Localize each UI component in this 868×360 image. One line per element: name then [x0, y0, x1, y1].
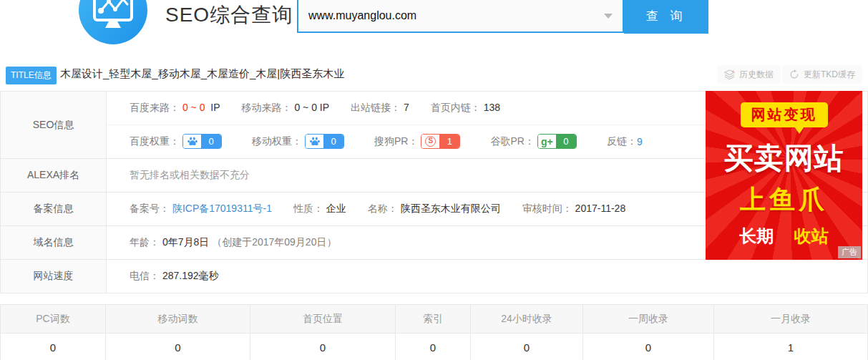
ad-bubble-text: 网站变现 [741, 102, 828, 127]
row-label-domain: 域名信息 [1, 226, 107, 259]
layers-icon [724, 69, 735, 80]
s-circle-icon: S [421, 135, 439, 148]
stats-value-mobile-words: 0 [106, 334, 250, 360]
title-bar: TITLE信息 木屋设计_轻型木屋_移动木屋_木屋造价_木屋|陕西圣东木业 历史… [0, 63, 868, 87]
search-input[interactable] [298, 0, 623, 31]
domain-age: 年龄： 0年7月8日 （创建于2017年09月20日） [130, 236, 336, 249]
seo-query-page: SEO综合查询 查 询 TITLE信息 木屋设计_轻型木屋_移动木屋_木屋造价_… [0, 0, 868, 360]
telecom-speed: 电信： 287.192毫秒 [130, 270, 219, 283]
stats-col-week: 一周收录 [583, 305, 714, 333]
alexa-value: 暂无排名或相关数据不充分 [130, 169, 250, 182]
mobile-weight[interactable]: 移动权重： 0 [252, 134, 344, 149]
ad-subline: 上鱼爪 [706, 183, 862, 218]
page-title: SEO综合查询 [165, 1, 293, 29]
stats-col-24h: 24小时收录 [471, 305, 583, 333]
ad-label: 广告 [838, 246, 861, 258]
google-pr[interactable]: 谷歌PR： g+ 0 [490, 134, 576, 149]
sogou-pr[interactable]: 搜狗PR： S 1 [374, 134, 460, 149]
baidu-weight[interactable]: 百度权重： 0 [130, 134, 222, 149]
backlinks: 反链： 9 [607, 135, 643, 148]
icp-number: 备案号： 陕ICP备17019311号-1 [130, 203, 272, 215]
gplus-icon: g+ [538, 135, 556, 148]
icp-number-link[interactable]: 陕ICP备17019311号-1 [172, 203, 272, 214]
row-label-alexa: ALEXA排名 [1, 159, 107, 192]
google-pr-value: 0 [556, 135, 576, 148]
row-label-speed: 网站速度 [1, 260, 107, 293]
speed-row: 网站速度 电信： 287.192毫秒 [1, 260, 867, 293]
baidu-weight-badge: 0 [182, 134, 222, 149]
site-title-text: 木屋设计_轻型木屋_移动木屋_木屋造价_木屋|陕西圣东木业 [60, 67, 344, 81]
outbound-links: 出站链接： 7 [351, 102, 409, 115]
ad-bottom-line: 长期 收站 [706, 225, 862, 248]
baidu-traffic-value: 0 ~ 0 [182, 102, 205, 113]
stats-value-24h: 0 [471, 334, 583, 360]
stats-table: PC词数 移动词数 首页位置 索引 24小时收录 一周收录 一月收录 0 0 0… [0, 304, 868, 360]
refresh-tkd-label: 更新TKD缓存 [804, 69, 855, 81]
stats-value-pc-words: 0 [1, 334, 106, 360]
baidu-weight-value: 0 [201, 135, 221, 148]
stats-value-row: 0 0 0 0 0 0 1 [1, 334, 867, 360]
mobile-weight-value: 0 [323, 135, 343, 148]
mobile-weight-badge: 0 [305, 134, 344, 149]
monitor-chart-icon [91, 0, 135, 34]
row-label-seo: SEO信息 [1, 92, 107, 158]
history-data-label: 历史数据 [739, 69, 774, 81]
stats-col-index: 索引 [396, 305, 471, 333]
history-data-button[interactable]: 历史数据 [717, 65, 781, 84]
mobile-traffic-value: 0 ~ 0 IP [294, 102, 329, 113]
google-pr-badge: g+ 0 [537, 134, 577, 149]
homepage-inner-links-value: 138 [484, 102, 500, 113]
paw-icon [183, 135, 201, 148]
homepage-inner-links: 首页内链： 138 [431, 102, 500, 115]
stats-col-mobile-words: 移动词数 [106, 305, 250, 333]
icp-company-name: 名称： 陕西圣东木业有限公司 [368, 203, 501, 215]
sogou-pr-value: 1 [439, 135, 459, 148]
row-label-icp: 备案信息 [1, 193, 107, 225]
outbound-links-value: 7 [404, 102, 409, 113]
stats-value-home-position: 0 [250, 334, 396, 360]
icp-audit-time: 审核时间： 2017-11-28 [522, 203, 625, 215]
chevron-down-icon[interactable] [604, 14, 613, 19]
stats-value-index: 0 [396, 334, 471, 360]
mobile-traffic: 移动来路： 0 ~ 0 IP [242, 102, 330, 115]
refresh-icon [789, 69, 799, 79]
sogou-pr-badge: S 1 [421, 134, 460, 149]
stats-value-month: 1 [714, 334, 867, 360]
stats-col-home-position: 首页位置 [250, 305, 396, 333]
icp-nature: 性质： 企业 [293, 203, 346, 215]
stats-col-month: 一月收录 [714, 305, 867, 333]
paw-icon [306, 135, 323, 148]
ad-banner[interactable]: 网站变现 买卖网站 上鱼爪 长期 收站 广告 [706, 91, 862, 260]
backlinks-value[interactable]: 9 [637, 136, 643, 147]
stats-col-pc-words: PC词数 [1, 305, 106, 333]
refresh-tkd-button[interactable]: 更新TKD缓存 [782, 65, 862, 84]
query-button[interactable]: 查 询 [624, 0, 708, 34]
stats-value-week: 0 [583, 334, 714, 360]
ad-headline: 买卖网站 [706, 139, 862, 178]
title-info-badge: TITLE信息 [6, 67, 57, 84]
stats-header-row: PC词数 移动词数 首页位置 索引 24小时收录 一周收录 一月收录 [1, 305, 867, 334]
search-box [297, 0, 624, 33]
baidu-traffic: 百度来路： 0 ~ 0 IP [130, 102, 220, 115]
